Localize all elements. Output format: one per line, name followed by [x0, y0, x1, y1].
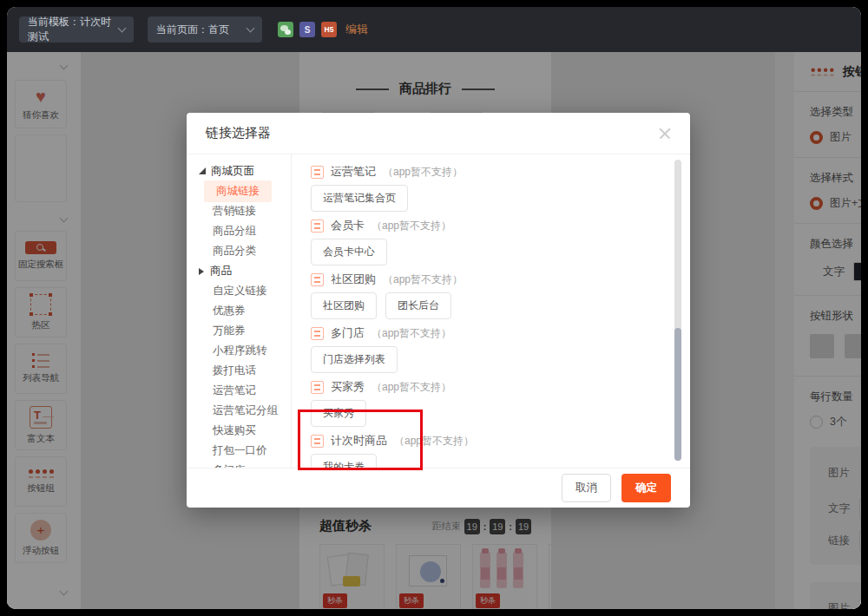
link-option-button[interactable]: 门店选择列表: [311, 346, 398, 373]
template-select-label: 当前模板：计次时测试: [28, 15, 119, 44]
modal-footer: 取消 确定: [187, 468, 690, 508]
modal-header: 链接选择器: [187, 113, 690, 154]
cancel-button[interactable]: 取消: [562, 474, 611, 502]
group-name: 多门店: [331, 325, 365, 341]
wechat-icon[interactable]: [278, 22, 293, 37]
modal-nav-tree: 商城页面 商城链接 营销链接 商品分组 商品分类 商品 自定义链接 优惠券 万能…: [187, 154, 291, 468]
template-select[interactable]: 当前模板：计次时测试: [19, 16, 134, 43]
note-icon: [311, 435, 324, 448]
group-name: 会员卡: [331, 218, 365, 233]
nav-mall-pages[interactable]: 商城页面: [199, 161, 291, 181]
nav-bundle-price[interactable]: 打包一口价: [199, 441, 291, 461]
close-icon[interactable]: [659, 128, 671, 140]
note-icon: [311, 166, 324, 179]
h5-icon[interactable]: H5: [321, 22, 337, 37]
group-note: （app暂不支持）: [372, 326, 451, 341]
nav-operation-notes-group[interactable]: 运营笔记分组: [199, 401, 291, 421]
group-name: 买家秀: [331, 379, 365, 395]
nav-quick-buy[interactable]: 快速购买: [199, 421, 291, 441]
link-option-button[interactable]: 团长后台: [385, 292, 451, 319]
note-icon: [311, 327, 324, 340]
group-note: （app暂不支持）: [372, 219, 451, 233]
group-name: 计次时商品: [331, 433, 387, 449]
caret-expanded-icon: [199, 167, 206, 174]
link-option-button[interactable]: 运营笔记集合页: [311, 185, 408, 212]
modal-link-list: 运营笔记 （app暂不支持） 运营笔记集合页 会员卡 （app暂不支持） 会员卡…: [291, 154, 690, 468]
link-group-community-buy: 社区团购 （app暂不支持） 社区团购 团长后台: [311, 272, 664, 319]
nav-multi-store[interactable]: 多门店: [199, 461, 291, 468]
nav-product-categories[interactable]: 商品分类: [199, 241, 291, 261]
scrollbar-thumb[interactable]: [674, 328, 681, 461]
link-option-button[interactable]: 我的卡券: [311, 454, 377, 468]
link-group-multi-store: 多门店 （app暂不支持） 门店选择列表: [311, 326, 664, 373]
nav-product-groups[interactable]: 商品分组: [199, 221, 291, 241]
nav-phone-call[interactable]: 拨打电话: [199, 361, 291, 381]
group-note: （app暂不支持）: [383, 272, 463, 287]
edit-link[interactable]: 编辑: [345, 22, 368, 37]
link-option-button[interactable]: 社区团购: [311, 292, 377, 319]
group-name: 社区团购: [331, 272, 376, 287]
scrollbar-track[interactable]: [674, 160, 681, 461]
link-group-count-card: 计次时商品 （app暂不支持） 我的卡券: [311, 434, 664, 468]
nav-mall-links[interactable]: 商城链接: [199, 181, 291, 201]
nav-universal-coupon[interactable]: 万能券: [199, 321, 291, 341]
modal-title: 链接选择器: [206, 125, 271, 141]
caret-collapsed-icon: [199, 268, 204, 275]
top-bar: 当前模板：计次时测试 当前页面：首页 S H5 编辑: [7, 7, 861, 52]
link-group-member-card: 会员卡 （app暂不支持） 会员卡中心: [311, 219, 664, 265]
link-group-operation-notes: 运营笔记 （app暂不支持） 运营笔记集合页: [311, 165, 664, 212]
nav-coupon[interactable]: 优惠券: [199, 301, 291, 321]
chevron-down-icon: [118, 24, 127, 33]
group-note: （app暂不支持）: [383, 165, 463, 180]
nav-custom-link[interactable]: 自定义链接: [199, 281, 291, 301]
group-name: 运营笔记: [331, 164, 376, 180]
nav-operation-notes[interactable]: 运营笔记: [199, 381, 291, 401]
chevron-down-icon: [247, 24, 255, 33]
miniprogram-icon[interactable]: S: [299, 22, 315, 37]
group-note: （app暂不支持）: [372, 380, 451, 395]
nav-marketing-links[interactable]: 营销链接: [199, 201, 291, 221]
link-option-button[interactable]: 会员卡中心: [311, 239, 387, 265]
note-icon: [311, 220, 324, 233]
nav-miniprogram-jump[interactable]: 小程序跳转: [199, 341, 291, 361]
link-selector-modal: 链接选择器 商城页面 商城链接 营销链接 商品分组 商品分类 商品 自定义链接 …: [187, 113, 690, 508]
nav-products[interactable]: 商品: [199, 261, 291, 281]
note-icon: [311, 273, 324, 286]
group-note: （app暂不支持）: [394, 434, 474, 449]
link-option-button[interactable]: 买家秀: [311, 400, 366, 427]
page-select[interactable]: 当前页面：首页: [148, 16, 262, 43]
channel-icons: S H5: [278, 22, 337, 37]
note-icon: [311, 381, 324, 394]
confirm-button[interactable]: 确定: [621, 474, 671, 502]
link-group-buyer-show: 买家秀 （app暂不支持） 买家秀: [311, 380, 664, 427]
app-window: 当前模板：计次时测试 当前页面：首页 S H5 编辑 猜你喜欢 固定搜: [7, 7, 861, 609]
page-select-label: 当前页面：首页: [156, 23, 229, 37]
